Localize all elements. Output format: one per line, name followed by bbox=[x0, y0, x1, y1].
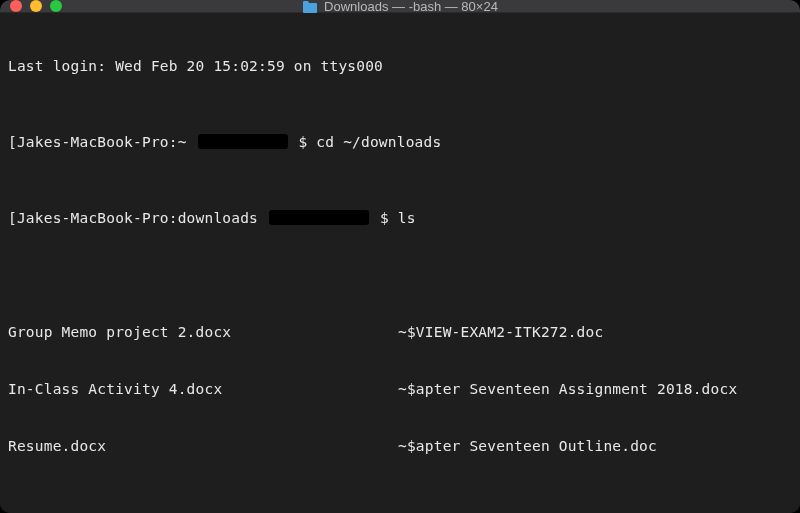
prompt-host: Jakes-MacBook-Pro:~ bbox=[17, 134, 187, 150]
minimize-icon[interactable] bbox=[30, 0, 42, 12]
prompt-line-2: [Jakes-MacBook-Pro:downloads $ ls bbox=[8, 209, 792, 228]
zoom-icon[interactable] bbox=[50, 0, 62, 12]
terminal-window: Downloads — -bash — 80×24 Last login: We… bbox=[0, 0, 800, 513]
bracket-open: [ bbox=[8, 134, 17, 150]
terminal-body[interactable]: Last login: Wed Feb 20 15:02:59 on ttys0… bbox=[0, 13, 800, 513]
prompt-line-1: [Jakes-MacBook-Pro:~ $ cd ~/downloads bbox=[8, 133, 792, 152]
redacted-user bbox=[198, 134, 288, 149]
title-wrap: Downloads — -bash — 80×24 bbox=[0, 0, 800, 14]
ls-col-left: Group Memo project 2.docx In-Class Activ… bbox=[8, 285, 398, 494]
prompt-host: Jakes-MacBook-Pro:downloads bbox=[17, 210, 258, 226]
ls-col-right: ~$VIEW-EXAM2-ITK272.doc ~$apter Seventee… bbox=[398, 285, 792, 494]
file-entry: Group Memo project 2.docx bbox=[8, 323, 398, 342]
redacted-user bbox=[269, 210, 369, 225]
titlebar[interactable]: Downloads — -bash — 80×24 bbox=[0, 0, 800, 13]
window-controls bbox=[10, 0, 62, 12]
command-text: cd ~/downloads bbox=[316, 134, 441, 150]
command-text: ls bbox=[398, 210, 416, 226]
file-entry: ~$apter Seventeen Outline.doc bbox=[398, 437, 792, 456]
bracket-open: [ bbox=[8, 210, 17, 226]
close-icon[interactable] bbox=[10, 0, 22, 12]
ls-output: Group Memo project 2.docx In-Class Activ… bbox=[8, 285, 792, 494]
last-login-line: Last login: Wed Feb 20 15:02:59 on ttys0… bbox=[8, 57, 792, 76]
prompt-symbol: $ bbox=[298, 134, 307, 150]
file-entry: In-Class Activity 4.docx bbox=[8, 380, 398, 399]
file-entry: Resume.docx bbox=[8, 437, 398, 456]
prompt-symbol: $ bbox=[380, 210, 389, 226]
folder-icon bbox=[302, 0, 318, 13]
window-title: Downloads — -bash — 80×24 bbox=[324, 0, 498, 14]
file-entry: ~$apter Seventeen Assignment 2018.docx bbox=[398, 380, 792, 399]
file-entry: ~$VIEW-EXAM2-ITK272.doc bbox=[398, 323, 792, 342]
